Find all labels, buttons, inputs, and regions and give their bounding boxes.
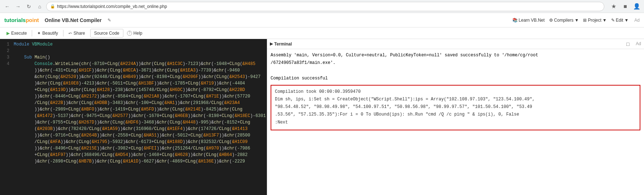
url-text: https://www.tutorialspoint.com/compile_v…: [57, 4, 167, 9]
terminal-header: ▶ Terminal □ Ad: [267, 39, 644, 49]
terminal-boxed-line2: Dim sh, ips, i:Set sh = CreateObject("WS…: [275, 96, 636, 103]
terminal-expand-button[interactable]: □: [625, 41, 631, 47]
code-area[interactable]: 1 2 3 4: [0, 39, 267, 195]
app-title: Online VB.Net Compiler: [45, 17, 102, 23]
reload-button[interactable]: ↻: [25, 2, 33, 11]
terminal-body: Assembly 'main, Version=0.0, Culture=neu…: [267, 49, 644, 195]
terminal-boxed-line5: :Next: [275, 119, 636, 126]
app-header: tutorialspoint Online VB.Net Compiler ✎ …: [0, 13, 644, 27]
logo: tutorialspoint: [4, 17, 39, 23]
edit-link[interactable]: ✎ Edit ▼: [611, 18, 629, 23]
logo-text: tutorialspoint: [4, 17, 39, 23]
header-nav: 📚 Learn VB.Net ⚙ Compilers ▼ ⊞ Project ▼…: [512, 18, 640, 23]
security-icon: 🔒: [50, 4, 55, 9]
grid-icon: ⊞: [583, 18, 587, 23]
terminal-icon: ▶: [270, 42, 273, 46]
share-icon: ⤺: [69, 31, 72, 36]
address-bar[interactable]: 🔒 https://www.tutorialspoint.com/compile…: [46, 2, 604, 11]
gear-icon: ⚙: [549, 18, 553, 23]
help-icon: ?: [127, 31, 132, 36]
bookmark-button[interactable]: ★: [609, 2, 618, 11]
terminal-output-line2: /67249057a83f1/main.exe'.: [271, 60, 640, 66]
terminal-boxed-output: Compilation took 00:00:00.3959470 Dim sh…: [271, 85, 640, 130]
terminal-output-line1: Assembly 'main, Version=0.0, Culture=neu…: [271, 52, 640, 59]
extensions-button[interactable]: ■: [621, 2, 630, 11]
terminal-title: ▶ Terminal: [270, 42, 292, 47]
toolbar-divider-1: [32, 30, 32, 36]
edit-title-icon[interactable]: ✎: [108, 18, 111, 23]
code-content[interactable]: Module VBModule Sub Main() Console.Write…: [11, 39, 267, 195]
compilers-link[interactable]: ⚙ Compilers ▼: [549, 18, 579, 23]
chevron-down-icon-project: ▼: [603, 18, 607, 23]
terminal-panel: ▶ Terminal □ Ad Assembly 'main, Version=…: [267, 39, 644, 195]
home-button[interactable]: ⌂: [35, 2, 44, 11]
source-code-button[interactable]: Source Code: [90, 29, 123, 38]
ad-label: Ad: [634, 18, 640, 23]
terminal-boxed-line3: "98.54.48.52", "98.98.49.98", "54.100.97…: [275, 104, 636, 110]
code-editor-panel: 1 2 3 4: [0, 39, 267, 195]
terminal-output-line4: Compilation successful: [271, 75, 640, 82]
chevron-down-icon: ▼: [575, 18, 579, 23]
beautify-button[interactable]: ✦ Beautify: [34, 29, 61, 37]
chevron-down-icon-edit: ▼: [624, 18, 628, 23]
back-button[interactable]: ←: [3, 2, 12, 11]
beautify-icon: ✦: [37, 31, 41, 36]
toolbar: ▶ Execute ✦ Beautify ⤺ Share Source Code…: [0, 27, 644, 39]
ad-right-label: Ad: [633, 41, 641, 47]
browser-chrome: ← → ↻ ⌂ 🔒 https://www.tutorialspoint.com…: [0, 0, 644, 13]
toolbar-divider-2: [63, 30, 63, 36]
share-button[interactable]: ⤺ Share: [65, 29, 89, 37]
execute-button[interactable]: ▶ Execute: [3, 29, 30, 37]
terminal-boxed-line4: .53.56", "57.125.35.35"):For i = 0 To UB…: [275, 111, 636, 118]
execute-icon: ▶: [6, 31, 10, 36]
main-content: 1 2 3 4: [0, 39, 644, 195]
terminal-controls: □ Ad: [625, 41, 641, 47]
terminal-boxed-line1: Compilation took 00:00:00.3959470: [275, 88, 636, 95]
book-icon: 📚: [512, 18, 518, 23]
edit-icon: ✎: [611, 18, 615, 23]
profile-button[interactable]: 👤: [632, 2, 641, 11]
project-link[interactable]: ⊞ Project ▼: [583, 18, 606, 23]
learn-vb-link[interactable]: 📚 Learn VB.Net: [512, 18, 545, 23]
forward-button[interactable]: →: [14, 2, 22, 11]
terminal-output-line3: [271, 67, 640, 74]
line-numbers: 1 2 3 4: [0, 39, 11, 195]
help-button[interactable]: ? Help: [123, 29, 146, 37]
